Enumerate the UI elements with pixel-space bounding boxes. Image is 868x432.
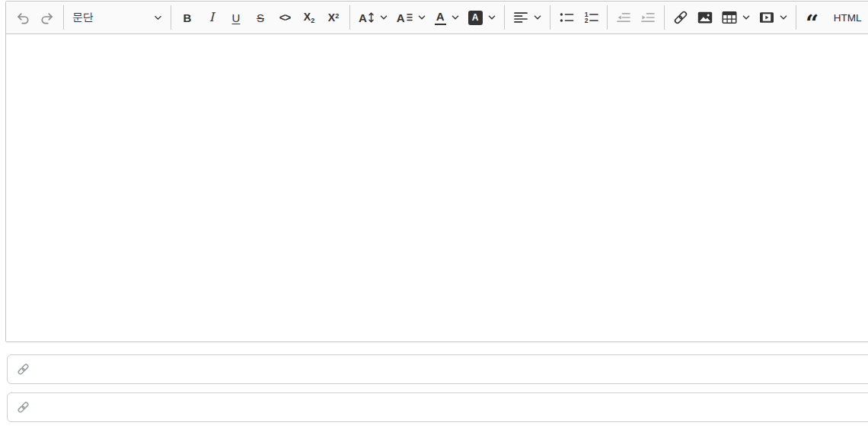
font-family-dropdown[interactable]: A [393,5,429,30]
align-left-icon [513,10,528,25]
redo-icon [40,10,55,25]
editor-content-area[interactable] [6,34,868,341]
toolbar-separator [796,5,796,30]
redo-button[interactable] [36,5,59,30]
toolbar-separator [171,5,171,30]
indent-icon [640,10,656,25]
underline-button[interactable]: U [225,5,247,30]
link-input-field-1[interactable] [7,354,868,384]
undo-button[interactable] [11,5,34,30]
superscript-icon: X2 [328,12,339,23]
bulleted-list-icon [559,10,574,25]
link-button[interactable] [669,5,692,30]
bold-icon: B [183,12,192,24]
chevron-down-icon [418,15,426,20]
link-input-1[interactable] [37,355,868,383]
insert-image-button[interactable] [694,5,716,30]
quote-icon: “ [806,21,819,26]
strikethrough-icon: S [257,12,264,24]
bulleted-list-button[interactable] [555,5,578,30]
indent-button[interactable] [637,5,659,30]
chevron-down-icon [154,15,162,21]
chevron-down-icon [534,15,541,20]
outdent-button[interactable] [612,5,635,30]
table-icon [722,11,737,24]
html-button[interactable]: HTML [834,5,862,30]
link-icon [673,10,688,25]
numbered-list-icon: 1 2 [583,10,598,25]
heading-dropdown[interactable]: 문단 [68,5,167,30]
toolbar-separator [504,5,505,30]
font-background-color-dropdown[interactable]: A [464,5,499,30]
toolbar-separator [63,5,64,30]
toolbar-separator [607,5,608,30]
italic-icon: I [209,11,214,24]
toolbar-separator [550,5,550,30]
font-background-color-icon: A [468,11,483,25]
chevron-down-icon [780,15,787,20]
font-size-icon: A [359,11,375,24]
chevron-down-icon [380,15,388,20]
subscript-icon: X2 [304,11,314,24]
font-color-icon: A [435,11,446,25]
chevron-down-icon [488,15,496,20]
html-label: HTML [834,12,862,24]
insert-media-dropdown[interactable] [755,5,791,30]
font-color-dropdown[interactable]: A [431,5,463,30]
bold-button[interactable]: B [176,5,199,30]
text-alignment-dropdown[interactable] [509,5,545,30]
link-icon [17,363,30,376]
rich-text-editor: 문단 B I U S <> X2 X2 A [5,1,868,342]
font-family-icon: A [397,12,413,24]
link-icon [17,401,30,414]
superscript-button[interactable]: X2 [322,5,345,30]
block-quote-button[interactable]: “ [801,5,824,30]
numbered-list-button[interactable]: 1 2 [579,5,602,30]
editor-toolbar: 문단 B I U S <> X2 X2 A [6,2,868,34]
chevron-down-icon [742,15,750,20]
underline-icon: U [232,12,241,24]
toolbar-separator [664,5,665,30]
subscript-button[interactable]: X2 [298,5,321,30]
image-icon [697,11,713,24]
heading-dropdown-label: 문단 [72,11,94,24]
italic-button[interactable]: I [200,5,223,30]
chevron-down-icon [452,15,459,20]
strikethrough-button[interactable]: S [249,5,272,30]
code-button[interactable]: <> [273,5,296,30]
link-input-2[interactable] [37,393,868,421]
svg-text:2: 2 [584,17,588,24]
link-input-field-2[interactable] [7,392,868,422]
outdent-icon [616,10,631,25]
media-icon [759,11,774,24]
undo-icon [15,10,30,25]
toolbar-separator [349,5,350,30]
insert-table-dropdown[interactable] [718,5,754,30]
code-icon: <> [279,12,290,23]
font-size-dropdown[interactable]: A [355,5,391,30]
